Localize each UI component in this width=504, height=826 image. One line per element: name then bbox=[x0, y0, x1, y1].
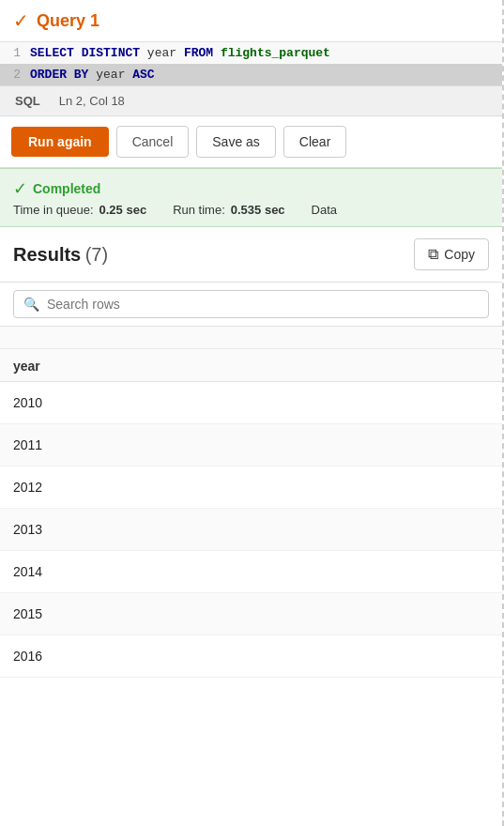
completed-row: ✓ Completed bbox=[13, 178, 489, 199]
table-row: 2013 bbox=[0, 509, 502, 551]
table-cell: 2013 bbox=[0, 509, 502, 551]
completed-check-icon: ✓ bbox=[13, 178, 27, 199]
code-content-2: ORDER BY year ASC bbox=[30, 64, 155, 85]
status-lang: SQL bbox=[15, 94, 40, 108]
search-box: 🔍 bbox=[13, 290, 489, 318]
run-time-label: Run time: bbox=[173, 203, 225, 217]
time-in-queue-label: Time in queue: bbox=[13, 203, 94, 217]
code-line-2: 2 ORDER BY year ASC bbox=[0, 64, 502, 85]
query-check-icon: ✓ bbox=[13, 9, 29, 32]
table-cell: 2016 bbox=[0, 635, 502, 678]
clear-button[interactable]: Clear bbox=[283, 126, 346, 158]
table-cell: 2015 bbox=[0, 593, 502, 635]
table-header-row: year bbox=[0, 349, 502, 382]
save-as-button[interactable]: Save as bbox=[196, 126, 276, 158]
run-time-value: 0.535 sec bbox=[231, 203, 285, 217]
results-title-group: Results (7) bbox=[13, 244, 108, 266]
search-input[interactable] bbox=[47, 297, 479, 312]
results-count: (7) bbox=[85, 244, 108, 265]
code-editor[interactable]: 1 SELECT DISTINCT year FROM flights_parq… bbox=[0, 42, 502, 86]
search-icon: 🔍 bbox=[23, 297, 39, 312]
table-cell: 2012 bbox=[0, 467, 502, 509]
table-cell: 2010 bbox=[0, 382, 502, 424]
table-row: 2014 bbox=[0, 551, 502, 593]
code-line-1: 1 SELECT DISTINCT year FROM flights_parq… bbox=[0, 42, 502, 64]
time-in-queue-value: 0.25 sec bbox=[99, 203, 147, 217]
completed-stats: Time in queue: 0.25 sec Run time: 0.535 … bbox=[13, 203, 489, 217]
run-again-button[interactable]: Run again bbox=[11, 127, 109, 157]
table-row: 2011 bbox=[0, 424, 502, 467]
data-label: Data bbox=[312, 203, 337, 217]
completed-label: Completed bbox=[33, 181, 100, 196]
table-cell: 2014 bbox=[0, 551, 502, 593]
copy-button[interactable]: ⧉ Copy bbox=[414, 238, 489, 270]
toolbar: Run again Cancel Save as Clear bbox=[0, 116, 502, 168]
status-position: Ln 2, Col 18 bbox=[59, 94, 125, 108]
status-bar: SQL Ln 2, Col 18 bbox=[0, 86, 502, 116]
cancel-button[interactable]: Cancel bbox=[116, 126, 190, 158]
query-header: ✓ Query 1 bbox=[0, 0, 502, 42]
col-year: year bbox=[0, 349, 502, 382]
table-row: 2016 bbox=[0, 635, 502, 678]
search-container: 🔍 bbox=[0, 283, 502, 327]
line-number-1: 1 bbox=[0, 42, 30, 64]
table-cell: 2011 bbox=[0, 424, 502, 467]
copy-icon: ⧉ bbox=[428, 246, 438, 263]
table-row: 2012 bbox=[0, 467, 502, 509]
results-spacer bbox=[0, 327, 502, 349]
query-title: Query 1 bbox=[37, 11, 99, 31]
table-row: 2015 bbox=[0, 593, 502, 635]
copy-label: Copy bbox=[444, 247, 475, 262]
line-number-2: 2 bbox=[0, 64, 30, 85]
completed-banner: ✓ Completed Time in queue: 0.25 sec Run … bbox=[0, 168, 502, 227]
table-row: 2010 bbox=[0, 382, 502, 424]
results-table: year 2010201120122013201420152016 bbox=[0, 349, 502, 678]
results-title: Results bbox=[13, 244, 81, 265]
code-content-1: SELECT DISTINCT year FROM flights_parque… bbox=[30, 42, 330, 64]
results-header: Results (7) ⧉ Copy bbox=[0, 227, 502, 283]
